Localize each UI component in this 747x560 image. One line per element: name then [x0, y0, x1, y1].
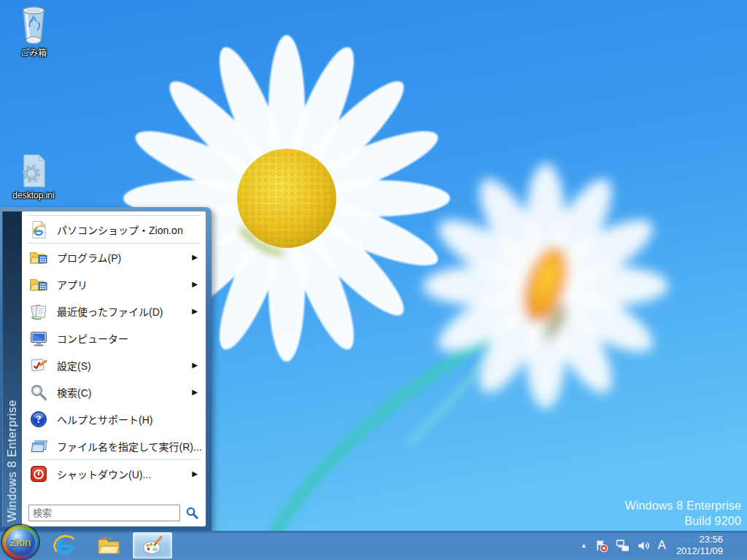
- clock-time: 23:56: [676, 534, 723, 545]
- menu-item-shutdown[interactable]: シャットダウン(U)... ▶: [26, 460, 202, 487]
- taskbar-paint-button[interactable]: [133, 532, 172, 559]
- network-icon[interactable]: [616, 539, 630, 553]
- menu-item-label: 設定(S): [57, 358, 91, 373]
- ie-shortcut-icon: [29, 220, 48, 239]
- menu-item-programs[interactable]: プログラム(P) ▶: [26, 244, 202, 271]
- recent-files-icon: [29, 302, 48, 321]
- start-menu-search-button[interactable]: [182, 504, 202, 522]
- build-watermark: Windows 8 Enterprise Build 9200: [624, 498, 741, 529]
- sidebar-edition-text: Windows 8 Enterprise: [6, 400, 19, 522]
- start-menu-search-input[interactable]: [28, 505, 180, 521]
- watermark-edition: Windows 8 Enterprise: [624, 498, 741, 513]
- submenu-arrow-icon: ▶: [189, 280, 198, 288]
- taskbar: Zion: [0, 531, 747, 560]
- submenu-arrow-icon: ▶: [189, 388, 198, 396]
- start-menu-search-row: [26, 502, 202, 522]
- menu-item-label: アプリ: [57, 277, 88, 292]
- menu-item-label: 最近使ったファイル(D): [57, 304, 163, 319]
- network-glyph: [616, 539, 630, 553]
- submenu-arrow-icon: ▶: [189, 470, 198, 478]
- run-icon: [29, 437, 48, 456]
- menu-item-label: シャットダウン(U)...: [57, 467, 151, 481]
- programs-folder-icon: [29, 248, 48, 267]
- menu-item-label: プログラム(P): [57, 250, 121, 265]
- menu-item-label: 検索(C): [57, 385, 91, 400]
- desktop-ini-icon[interactable]: desktop.ini: [1, 153, 66, 201]
- flag-alert-glyph: [595, 539, 608, 553]
- submenu-arrow-icon: ▶: [189, 307, 198, 315]
- menu-item-apps[interactable]: アプリ ▶: [26, 271, 202, 298]
- start-button-label: Zion: [9, 536, 31, 548]
- file-explorer-icon: [96, 534, 121, 556]
- menu-item-computer[interactable]: コンピューター: [26, 324, 202, 351]
- action-center-flag-icon[interactable]: [595, 539, 608, 553]
- speaker-glyph: [637, 539, 651, 553]
- submenu-arrow-icon: ▶: [189, 253, 198, 261]
- menu-item-homepage[interactable]: パソコンショップ・Zion.on: [26, 216, 202, 243]
- svg-text:?: ?: [36, 414, 42, 425]
- start-button[interactable]: Zion: [2, 525, 39, 559]
- menu-item-recent-files[interactable]: 最近使ったファイル(D) ▶: [26, 298, 202, 324]
- recycle-bin-icon[interactable]: ごみ箱: [1, 4, 66, 59]
- menu-item-search[interactable]: 検索(C) ▶: [26, 378, 202, 405]
- taskbar-file-explorer-button[interactable]: [89, 532, 128, 559]
- menu-item-label: コンピューター: [57, 331, 128, 346]
- start-menu-sidebar: Windows 8 Enterprise: [2, 211, 22, 526]
- volume-icon[interactable]: [637, 539, 651, 553]
- help-icon: ?: [29, 410, 48, 429]
- system-tray: ▲ A 23:56 20: [581, 531, 747, 560]
- menu-item-help[interactable]: ? ヘルプとサポート(H): [26, 405, 202, 432]
- ini-file-glyph: [18, 153, 49, 188]
- apps-folder-icon: [29, 275, 48, 294]
- internet-explorer-icon: [53, 534, 77, 557]
- settings-icon: [29, 356, 48, 375]
- desktop-ini-label: desktop.ini: [12, 190, 54, 201]
- watermark-build: Build 9200: [624, 513, 741, 529]
- clock-date: 2012/11/09: [676, 545, 723, 557]
- tray-overflow-arrow-icon[interactable]: ▲: [581, 542, 587, 549]
- search-magnifier-icon: [185, 506, 199, 520]
- search-icon: [29, 383, 48, 402]
- start-orb-core: Zion: [6, 529, 35, 556]
- start-menu: Windows 8 Enterprise パソコンショップ・Zion.on: [0, 207, 212, 531]
- taskbar-clock[interactable]: 23:56 2012/11/09: [673, 534, 723, 557]
- menu-item-settings[interactable]: 設定(S) ▶: [26, 351, 202, 378]
- menu-item-label: ヘルプとサポート(H): [57, 412, 152, 427]
- menu-item-label: ファイル名を指定して実行(R)...: [57, 439, 202, 454]
- computer-icon: [29, 329, 48, 348]
- submenu-arrow-icon: ▶: [189, 361, 198, 369]
- shutdown-icon: [29, 464, 48, 483]
- paint-icon: [142, 534, 163, 556]
- recycle-bin-glyph: [17, 4, 50, 45]
- start-menu-panel: パソコンショップ・Zion.on プログラム(P) ▶ アプリ: [22, 211, 206, 526]
- taskbar-internet-explorer-button[interactable]: [45, 532, 85, 559]
- menu-item-label: パソコンショップ・Zion.on: [57, 222, 183, 237]
- ime-language-indicator[interactable]: A: [658, 538, 666, 553]
- menu-item-run[interactable]: ファイル名を指定して実行(R)...: [26, 432, 202, 459]
- recycle-bin-label: ごみ箱: [20, 46, 47, 58]
